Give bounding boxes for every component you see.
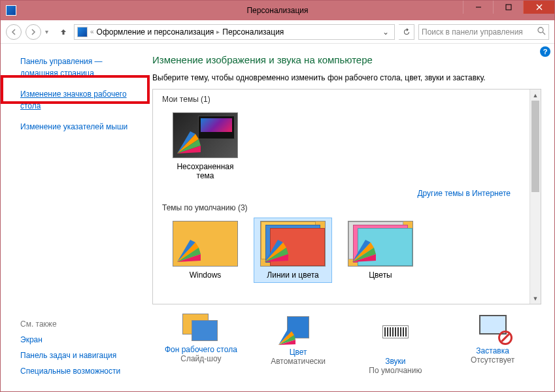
theme-label: Линии и цвета <box>257 270 329 280</box>
theme-label: Цветы <box>345 270 416 280</box>
sidebar-link-mouse-pointers[interactable]: Изменение указателей мыши <box>20 121 142 133</box>
sidebar-link-desktop-icons[interactable]: Изменение значков рабочего стола <box>20 88 142 112</box>
theme-windows[interactable]: Windows <box>166 218 244 283</box>
desktop-background-button[interactable]: Фон рабочего стола Слайд-шоу <box>158 314 243 375</box>
page-subtext: Выберите тему, чтобы одновременно измени… <box>152 73 541 82</box>
setting-desc: По умолчанию <box>353 366 438 375</box>
scrollbar[interactable]: ▲ ▼ <box>530 90 541 304</box>
setting-desc: Отсутствует <box>450 355 535 365</box>
content-area: Панель управления —домашняя страница Изм… <box>1 44 554 391</box>
help-icon[interactable]: ? <box>540 46 550 57</box>
themes-list: Мои темы (1) Несохраненная тема Другие т… <box>152 89 541 304</box>
crumb-prefix: « <box>90 28 94 35</box>
see-also-title: См. также <box>20 319 120 329</box>
theme-flowers[interactable]: Цветы <box>341 218 420 283</box>
setting-desc: Слайд-шоу <box>158 354 243 363</box>
address-dropdown[interactable]: ⌄ <box>382 27 389 37</box>
color-fan-icon <box>175 238 201 265</box>
up-button[interactable] <box>57 25 70 39</box>
maximize-button[interactable] <box>493 1 523 14</box>
scroll-down-icon[interactable]: ▼ <box>530 293 541 304</box>
theme-label: Windows <box>169 270 241 280</box>
color-button[interactable]: Цвет Автоматически <box>256 314 341 375</box>
screensaver-icon <box>475 315 511 344</box>
back-button[interactable] <box>6 24 22 40</box>
color-icon <box>280 316 316 345</box>
theme-lines-colors[interactable]: Линии и цвета <box>254 218 332 283</box>
sounds-button[interactable]: ♪♫ Звуки По умолчанию <box>353 314 438 375</box>
search-input[interactable] <box>422 27 537 37</box>
search-icon[interactable] <box>537 27 546 37</box>
svg-rect-1 <box>506 5 511 10</box>
theme-unsaved[interactable]: Несохраненная тема <box>166 109 244 184</box>
crumb-parent[interactable]: Оформление и персонализация <box>97 27 214 37</box>
location-icon <box>77 27 88 37</box>
see-also-section: См. также Экран Панель задач и навигация… <box>20 319 120 382</box>
see-also-taskbar[interactable]: Панель задач и навигация <box>20 351 120 360</box>
minimize-button[interactable] <box>463 1 493 14</box>
laptop-icon <box>198 116 235 139</box>
history-dropdown[interactable]: ▾ <box>45 28 53 35</box>
svg-point-4 <box>538 27 543 33</box>
main-panel: ? Изменение изображения и звука на компь… <box>144 44 554 391</box>
page-heading: Изменение изображения и звука на компьют… <box>152 54 541 65</box>
title-bar: Персонализация <box>1 1 554 20</box>
color-fan-icon <box>350 238 376 265</box>
search-box[interactable] <box>418 24 549 40</box>
setting-label: Цвет <box>256 348 341 357</box>
see-also-display[interactable]: Экран <box>20 335 120 344</box>
setting-label: Заставка <box>450 346 535 355</box>
sound-icon: ♪♫ <box>377 325 414 354</box>
wallpaper-icon <box>182 314 219 342</box>
more-themes-link[interactable]: Другие темы в Интернете <box>160 186 526 202</box>
crumb-current[interactable]: Персонализация <box>222 27 284 37</box>
setting-desc: Автоматически <box>256 357 341 366</box>
settings-row: Фон рабочего стола Слайд-шоу Цвет Автома… <box>152 304 541 375</box>
theme-label: Несохраненная тема <box>169 162 241 180</box>
app-icon <box>6 5 16 16</box>
svg-line-5 <box>543 32 545 35</box>
screensaver-button[interactable]: Заставка Отсутствует <box>450 314 535 375</box>
address-bar[interactable]: « Оформление и персонализация ▸ Персонал… <box>74 24 395 40</box>
close-button[interactable] <box>523 1 554 14</box>
color-fan-icon <box>262 238 288 265</box>
default-themes-header: Темы по умолчанию (3) <box>162 203 526 212</box>
refresh-button[interactable] <box>399 24 414 40</box>
see-also-accessibility[interactable]: Специальные возможности <box>20 367 120 376</box>
scroll-up-icon[interactable]: ▲ <box>530 90 541 101</box>
chevron-right-icon: ▸ <box>216 28 220 35</box>
my-themes-header: Мои темы (1) <box>162 95 526 104</box>
forward-button[interactable] <box>25 24 41 40</box>
scroll-thumb[interactable] <box>531 101 539 192</box>
color-fan-icon <box>175 130 201 156</box>
nav-bar: ▾ « Оформление и персонализация ▸ Персон… <box>1 20 554 44</box>
cp-home-link[interactable]: Панель управления —домашняя страница <box>20 56 142 79</box>
setting-label: Фон рабочего стола <box>158 345 243 354</box>
setting-label: Звуки <box>353 357 438 366</box>
sidebar: Панель управления —домашняя страница Изм… <box>1 44 144 391</box>
